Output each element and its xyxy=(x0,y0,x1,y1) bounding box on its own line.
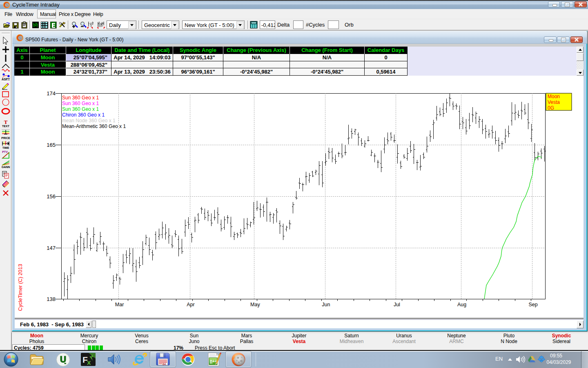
svg-text:GANN: GANN xyxy=(2,166,10,168)
svg-text:0G: 0G xyxy=(548,105,554,111)
svg-text:x: x xyxy=(87,359,91,366)
svg-text:Sun 360 Geo x 1: Sun 360 Geo x 1 xyxy=(62,95,99,101)
svg-text:Sep: Sep xyxy=(528,302,537,307)
svg-text:Sun 360 Geo x 1: Sun 360 Geo x 1 xyxy=(62,101,99,106)
svg-text:165: 165 xyxy=(47,142,56,148)
svg-text:ASPT: ASPT xyxy=(2,77,10,81)
svg-text:PTV: PTV xyxy=(2,150,8,153)
svg-text:mean Node 360 Geo x 1: mean Node 360 Geo x 1 xyxy=(62,118,116,123)
svg-text:May: May xyxy=(250,302,260,307)
svg-text:147: 147 xyxy=(47,245,56,251)
svg-text:Mar: Mar xyxy=(115,302,124,307)
svg-text:PRICE: PRICE xyxy=(1,137,10,139)
svg-text:Mean-Arithmetic 360 Geo x 1: Mean-Arithmetic 360 Geo x 1 xyxy=(62,123,126,129)
svg-text:174: 174 xyxy=(47,90,56,96)
svg-text:TEXT: TEXT xyxy=(2,125,10,128)
svg-text:Apr: Apr xyxy=(187,302,194,307)
svg-text:Moon: Moon xyxy=(548,94,560,99)
svg-text:Vesta: Vesta xyxy=(548,99,560,105)
svg-text:CycleTimer (C) 2013: CycleTimer (C) 2013 xyxy=(18,264,23,311)
svg-text:156: 156 xyxy=(47,193,56,200)
svg-text:Chiron 360 Geo x 1: Chiron 360 Geo x 1 xyxy=(62,112,105,118)
svg-text:T: T xyxy=(4,119,8,125)
svg-text:Jun: Jun xyxy=(322,302,330,307)
svg-text:Jul: Jul xyxy=(394,302,400,307)
svg-text:TIME: TIME xyxy=(2,146,9,149)
svg-text:Aug: Aug xyxy=(457,302,466,307)
svg-text:138: 138 xyxy=(47,296,56,302)
svg-text:Sun 360 Geo x 1: Sun 360 Geo x 1 xyxy=(62,106,99,112)
